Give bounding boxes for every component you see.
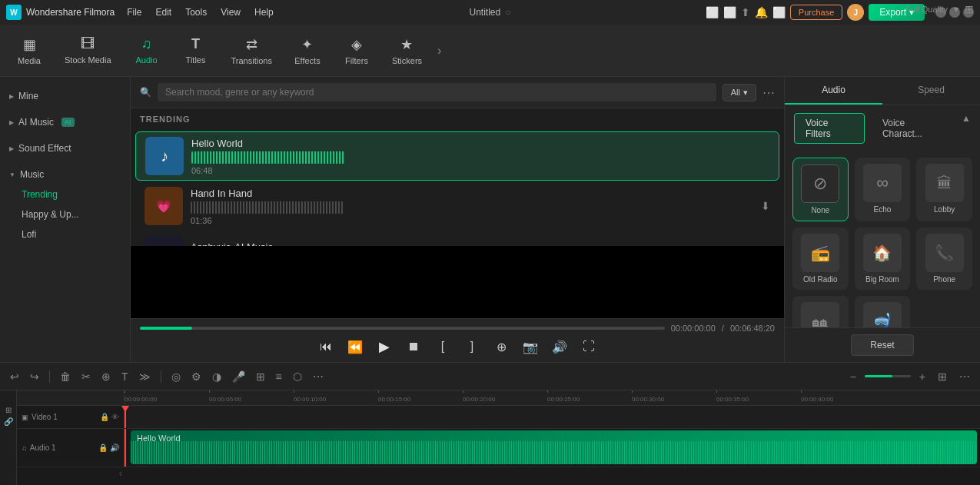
- more-timeline-button[interactable]: ⋯: [955, 368, 974, 385]
- crop-button[interactable]: ⚙: [188, 368, 205, 385]
- more-options-button[interactable]: ⋯: [762, 85, 775, 100]
- tool-audio[interactable]: ♫ Audio: [124, 32, 170, 69]
- menu-help[interactable]: Help: [248, 4, 280, 21]
- reset-button[interactable]: Reset: [851, 334, 913, 356]
- filter-dropdown[interactable]: All ▾: [723, 84, 756, 101]
- zoom-in-button[interactable]: +: [915, 368, 929, 385]
- stabilize-button[interactable]: ◎: [168, 368, 184, 385]
- redo-button[interactable]: ↪: [26, 368, 43, 385]
- volume-button[interactable]: 🔊: [549, 336, 570, 357]
- progress-bar[interactable]: [140, 327, 665, 330]
- undo-button[interactable]: ↩: [6, 368, 23, 385]
- time-total: 00:06:48:20: [730, 324, 775, 333]
- tool-filters[interactable]: ◈ Filters: [334, 32, 380, 70]
- vf-tab-voice-character[interactable]: Voice Charact...: [871, 113, 955, 144]
- delete-button[interactable]: 🗑: [56, 368, 75, 385]
- track-expand-icon[interactable]: ⊞: [5, 406, 12, 414]
- sidebar-item-trending[interactable]: Trending: [0, 184, 130, 204]
- tab-speed[interactable]: Speed: [882, 77, 980, 105]
- mic-button[interactable]: 🎤: [228, 368, 249, 385]
- more-tools-button[interactable]: ⋯: [309, 368, 327, 385]
- tab-audio[interactable]: Audio: [785, 77, 882, 105]
- speed-ramp-button[interactable]: ≡: [272, 368, 286, 385]
- audio-track-controls: 🔒 🔊: [98, 443, 119, 452]
- frame-back-button[interactable]: ⏪: [344, 336, 366, 357]
- download-icon[interactable]: ⬇: [761, 200, 770, 212]
- menu-view[interactable]: View: [214, 4, 247, 21]
- vf-label-phone: Phone: [933, 275, 955, 284]
- ruler-mark-3: 00:00:15:00: [378, 390, 410, 404]
- cut-button[interactable]: ✂: [78, 368, 95, 385]
- fullscreen-button[interactable]: ⛶: [578, 336, 600, 357]
- zoom-out-button[interactable]: −: [846, 368, 860, 385]
- purchase-button[interactable]: Purchase: [790, 5, 842, 20]
- audio-lock-icon[interactable]: 🔒: [98, 443, 108, 452]
- snapshot-button[interactable]: 📷: [520, 336, 541, 357]
- audio-clip[interactable]: Hello World: [131, 430, 977, 464]
- video-track-content[interactable]: [125, 406, 980, 428]
- sidebar-item-lofi[interactable]: Lofi: [0, 224, 130, 244]
- vf-item-echo[interactable]: ∞ Echo: [855, 158, 911, 221]
- menu-edit[interactable]: Edit: [150, 4, 178, 21]
- music-item-hello-world[interactable]: ♪ Hello World 06:48: [135, 131, 779, 181]
- vf-item-small-room[interactable]: 🏘 Small R...: [792, 296, 849, 327]
- menu-file[interactable]: File: [121, 4, 148, 21]
- toolbar-expand-button[interactable]: ›: [434, 41, 444, 61]
- play-button[interactable]: ▶: [374, 336, 395, 357]
- stop-button[interactable]: ⏹: [403, 336, 424, 357]
- add-to-timeline-button[interactable]: ⊕: [490, 336, 512, 357]
- ai-tools-button[interactable]: ⬡: [289, 368, 306, 385]
- music-item-asphyxia[interactable]: ♫ Asphyxia-AI Music: [135, 231, 779, 246]
- mark-in-button[interactable]: [: [432, 336, 453, 357]
- sidebar-item-happy[interactable]: Happy & Up...: [0, 204, 130, 224]
- menu-tools[interactable]: Tools: [179, 4, 213, 21]
- audio-track-num-icon: ♫: [22, 444, 27, 452]
- section-ai-music-header[interactable]: ▶ AI Music AI: [0, 112, 130, 132]
- mark-out-button[interactable]: ]: [461, 336, 483, 357]
- timeline-ruler: 00:00:00:00 00:00:05:00 00:00:10:00: [17, 390, 980, 406]
- ripple-edit-button[interactable]: ≫: [135, 368, 154, 385]
- section-music-header[interactable]: ▼ Music: [0, 164, 130, 184]
- section-mine-label: Mine: [18, 91, 38, 101]
- vf-item-phone[interactable]: 📞 Phone: [916, 228, 972, 290]
- tool-transitions[interactable]: ⇄ Transitions: [222, 32, 281, 70]
- tool-media[interactable]: ▦ Media: [6, 32, 52, 70]
- ruler-mark-7: 00:00:35:00: [716, 390, 749, 404]
- tool-effects[interactable]: ✦ Effects: [284, 32, 331, 70]
- search-input[interactable]: [158, 83, 716, 101]
- audio-track-content[interactable]: Hello World: [125, 429, 980, 467]
- color-button[interactable]: ◑: [208, 368, 225, 385]
- video-track-header: ▣ Video 1 🔒 👁: [17, 406, 125, 428]
- layout-toggle-button[interactable]: ⊞: [934, 368, 951, 385]
- music-title-hello-world: Hello World: [191, 138, 769, 149]
- video-lock-icon[interactable]: 🔒: [100, 413, 109, 421]
- section-mine-header[interactable]: ▶ Mine: [0, 86, 130, 106]
- audio-sync-button[interactable]: ⊞: [252, 368, 269, 385]
- vf-item-lobby[interactable]: 🏛 Lobby: [916, 158, 972, 221]
- video-eye-icon[interactable]: 👁: [111, 413, 119, 421]
- scroll-up-icon[interactable]: ▲: [962, 113, 971, 144]
- text-button[interactable]: T: [118, 368, 132, 385]
- music-item-hand-in-hand[interactable]: 💗 Hand In Hand 01:36 ⬇: [135, 182, 779, 230]
- tool-titles[interactable]: T Titles: [173, 32, 219, 69]
- vf-item-big-room[interactable]: 🏠 Big Room: [855, 228, 911, 290]
- track-link-icon[interactable]: 🔗: [4, 417, 13, 426]
- video-preview: Full Quality ▾ ⊞ 00:00:00:00 / 00:06:48:…: [131, 246, 784, 362]
- section-sound-effect-header[interactable]: ▶ Sound Effect: [0, 138, 130, 158]
- left-panel: ▶ Mine ▶ AI Music AI ▶ Sound Effect ▼ Mu…: [0, 77, 131, 362]
- audio-detach-button[interactable]: ⊕: [98, 368, 115, 385]
- vf-item-diving-suit[interactable]: 🤿 Diving S...: [855, 296, 911, 327]
- skip-back-button[interactable]: ⏮: [315, 336, 337, 357]
- music-duration-hand-in-hand: 01:36: [191, 216, 753, 225]
- tool-stickers[interactable]: ★ Stickers: [383, 32, 431, 70]
- vf-item-none[interactable]: ⊘ None: [792, 158, 849, 221]
- user-avatar[interactable]: J: [847, 4, 864, 21]
- zoom-slider[interactable]: [865, 375, 911, 377]
- vf-tab-voice-filters[interactable]: Voice Filters: [794, 113, 865, 144]
- vf-item-old-radio[interactable]: 📻 Old Radio: [792, 228, 849, 290]
- tool-stock-media[interactable]: 🎞 Stock Media: [55, 32, 121, 69]
- playback-controls: ⏮ ⏪ ▶ ⏹ [ ] ⊕ 📷 🔊 ⛶: [140, 336, 775, 357]
- audio-mute-icon[interactable]: 🔊: [110, 443, 119, 452]
- project-name: Untitled: [470, 7, 501, 18]
- search-bar: 🔍 All ▾ ⋯: [131, 77, 784, 108]
